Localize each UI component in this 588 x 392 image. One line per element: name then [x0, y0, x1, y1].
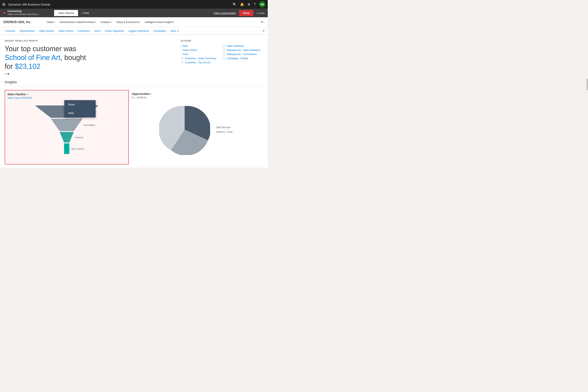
- subnav-items[interactable]: Items: [92, 28, 102, 33]
- arrow-icon-3: ›: [181, 53, 182, 56]
- waffle-icon[interactable]: ⊞: [2, 2, 5, 6]
- action-commission-label: Salesperson - Commission: [226, 53, 257, 56]
- arrow-icon: ›: [181, 44, 182, 48]
- clear-customization-button[interactable]: Clear customization: [214, 12, 236, 14]
- actions-col2: 📄 Sales Statistics 📄 Salesperson - Sales…: [222, 44, 260, 64]
- dropdown-hide[interactable]: Hide: [64, 109, 96, 118]
- search-icon[interactable]: 🔍: [233, 2, 236, 6]
- doc-icon-1: 📄: [181, 57, 184, 60]
- actions-columns: › New › Sales Prices › Flow 📄 Customer -…: [181, 44, 263, 64]
- doc-icon-6: 📄: [222, 57, 226, 60]
- action-sales-stats-label: Sales Statistics: [226, 44, 244, 48]
- label-presentation: Presentation: [84, 124, 96, 126]
- funnel-presentation: [51, 119, 82, 131]
- sales-pipeline-header: Sales Pipeline ▾: [8, 93, 126, 96]
- label-proposal: Proposal: [75, 136, 83, 138]
- company-name: CRONUS USA, Inc.: [3, 20, 38, 24]
- subnav-logged-segments[interactable]: Logged Segments: [126, 28, 151, 33]
- customization-indicator: Customizing Sales and Relationship Mana.…: [3, 10, 54, 16]
- bart-label: Bart Duncan: [216, 126, 230, 129]
- nav-admin[interactable]: Administration Sales/Purchase ▾: [58, 20, 98, 24]
- subnav-active-segments[interactable]: Active Segments: [103, 28, 126, 33]
- pie-labels: Bart Duncan Debra L. Core: [216, 126, 232, 133]
- subnav-sales-orders[interactable]: Sales Orders: [57, 28, 76, 33]
- sub-nav: Contacts Opportunities Sales Quotes Sale…: [0, 27, 268, 35]
- doc-icon-5: 📄: [222, 53, 226, 56]
- action-flow[interactable]: › Flow: [181, 52, 216, 56]
- nav-setup[interactable]: Setup & Extensions ▾: [114, 20, 142, 24]
- doc-icon-2: 📄: [181, 61, 184, 64]
- opportunities-header: Opportunities ▾: [132, 92, 260, 96]
- expand-icon[interactable]: ↗: [262, 29, 264, 33]
- nav-analysis[interactable]: Analysis ▾: [98, 20, 114, 24]
- carousel-dots: [5, 73, 263, 75]
- opp-chevron-icon[interactable]: ▾: [150, 93, 152, 95]
- customization-bar: Customizing Sales and Relationship Mana.…: [0, 8, 268, 17]
- action-new[interactable]: › New: [181, 44, 216, 48]
- dropdown-menu: Move Hide: [64, 100, 96, 118]
- tab-sales-pipeline[interactable]: Sales Pipeline: [54, 10, 78, 16]
- dropdown-move[interactable]: Move: [64, 100, 96, 109]
- insights-heading: Insights: [5, 78, 263, 87]
- opportunities-panel: Opportunities ▾ h | .. 04/30/19 Bart Dun…: [129, 90, 263, 164]
- subnav-customers[interactable]: Customers: [76, 28, 92, 33]
- opportunities-dates: h | .. 04/30/19: [132, 96, 260, 99]
- opportunities-title: Opportunities: [132, 92, 150, 96]
- content-area: INSIGHT FROM LAST MONTH Your top custome…: [0, 35, 268, 78]
- pie-label-debra: Debra L. Core: [216, 130, 232, 133]
- pie-container: Bart Duncan Debra L. Core: [132, 102, 260, 157]
- done-button[interactable]: Done: [239, 10, 254, 16]
- subnav-campaigns[interactable]: Campaigns: [151, 28, 168, 33]
- doc-icon-3: 📄: [222, 45, 226, 48]
- subnav-opportunities[interactable]: Opportunities: [18, 28, 36, 33]
- sales-pipeline-panel: Sales Pipeline ▾ Sales Cycle: EXISTING I…: [5, 90, 129, 164]
- sales-cycle-label: Sales Cycle: EXISTING: [8, 97, 126, 99]
- insight-for: for: [5, 62, 15, 70]
- subnav-sales-quotes[interactable]: Sales Quotes: [37, 28, 56, 33]
- subnav-more[interactable]: More ∨: [168, 28, 181, 33]
- vertical-divider: [42, 20, 42, 24]
- action-customer-top10[interactable]: 📄 Customer - Top 10 List: [181, 60, 216, 64]
- help-icon[interactable]: ?: [254, 2, 256, 6]
- funnel-sign-contract: [64, 144, 70, 154]
- customization-line1: Customizing: [8, 10, 40, 13]
- doc-icon-4: 📄: [222, 49, 226, 52]
- less-button[interactable]: ∧ Less: [256, 12, 264, 14]
- dot-2[interactable]: [8, 73, 9, 75]
- actions-col1: › New › Sales Prices › Flow 📄 Customer -…: [181, 44, 216, 64]
- label-sign-contract: Sign Contract: [71, 148, 84, 150]
- customization-actions: Clear customization Done ∧ Less: [214, 10, 264, 16]
- customization-tabs: Sales Pipeline + Field: [54, 10, 214, 16]
- avatar[interactable]: MB: [259, 1, 266, 8]
- nav-cloud[interactable]: Intelligent Cloud Insights ▾: [143, 20, 176, 24]
- notification-icon[interactable]: 🔔: [240, 2, 244, 6]
- dot-1[interactable]: [5, 73, 6, 75]
- action-salesperson-sales-stats[interactable]: 📄 Salesperson - Sales Statistics: [222, 48, 260, 52]
- settings-icon[interactable]: ⚙: [248, 2, 250, 6]
- charts-row: Sales Pipeline ▾ Sales Cycle: EXISTING I…: [5, 90, 263, 164]
- action-sales-prices[interactable]: › Sales Prices: [181, 48, 216, 52]
- action-salesperson-commission[interactable]: 📄 Salesperson - Commission: [222, 52, 260, 56]
- insights-section: Insights Sales Pipeline ▾ Sales Cycle: E…: [0, 78, 268, 168]
- pie-svg: [159, 104, 210, 155]
- subnav-contacts[interactable]: Contacts: [3, 28, 17, 33]
- hamburger-icon[interactable]: ≡: [259, 19, 264, 25]
- funnel-proposal: [60, 132, 74, 142]
- action-campaign-label: Campaign - Details: [226, 57, 248, 60]
- main-nav: Sales ▾ Administration Sales/Purchase ▾ …: [45, 20, 259, 24]
- top-bar-icons: 🔍 🔔 ⚙ ? MB: [233, 1, 266, 8]
- customization-text: Customizing Sales and Relationship Mana.…: [8, 10, 40, 16]
- nav-sales[interactable]: Sales ▾: [45, 20, 57, 24]
- action-customer-order[interactable]: 📄 Customer - Order Summary: [181, 56, 216, 60]
- tab-add-field[interactable]: + Field: [78, 10, 92, 16]
- action-sales-prices-label: Sales Prices: [183, 48, 197, 52]
- top-bar: ⊞ Dynamics 365 Business Central 🔍 🔔 ⚙ ? …: [0, 0, 268, 8]
- chevron-down-icon[interactable]: ▾: [27, 93, 28, 96]
- debra-label: Debra L. Core: [216, 130, 232, 133]
- action-campaign-details[interactable]: 📄 Campaign - Details: [222, 56, 260, 60]
- main-header: CRONUS USA, Inc. Sales ▾ Administration …: [0, 17, 268, 27]
- pie-label-bart: Bart Duncan: [216, 126, 232, 129]
- sales-pipeline-title: Sales Pipeline: [8, 93, 26, 96]
- insight-customer: School of Fine Art: [5, 54, 60, 62]
- action-sales-stats[interactable]: 📄 Sales Statistics: [222, 44, 260, 48]
